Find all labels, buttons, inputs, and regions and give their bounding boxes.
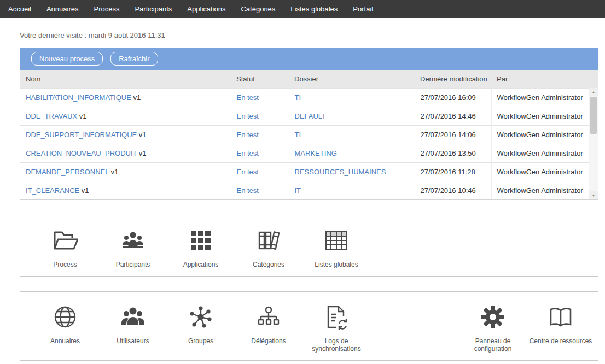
- shortcut-panneau-de-configuration[interactable]: Panneau de configuration: [459, 304, 527, 353]
- shortcut-annuaires[interactable]: Annuaires: [31, 304, 99, 345]
- status-link[interactable]: En test: [237, 112, 259, 120]
- scrollbar-thumb[interactable]: [590, 97, 597, 134]
- nav-item-catégories[interactable]: Catégories: [233, 0, 283, 18]
- status-link[interactable]: En test: [237, 93, 259, 102]
- process-link[interactable]: DDE_TRAVAUX: [26, 112, 77, 120]
- top-nav: AccueilAnnuairesProcessParticipantsAppli…: [0, 0, 605, 18]
- process-link[interactable]: CREATION_NOUVEAU_PRODUIT: [26, 149, 137, 157]
- folder-link[interactable]: MARKETING: [295, 149, 337, 157]
- author-cell: WorkflowGen Administrator: [491, 125, 598, 144]
- participants-icon: [120, 227, 146, 254]
- modified-cell: 27/07/2016 13:50: [415, 144, 491, 162]
- scroll-up-icon[interactable]: ▲: [589, 88, 598, 96]
- version-label: v1: [109, 168, 118, 176]
- book-icon: [548, 304, 574, 330]
- column-header-nom[interactable]: Nom: [20, 70, 231, 88]
- process-shortcuts-box: ProcessParticipantsApplicationsCatégorie…: [20, 215, 598, 277]
- shortcut-label: Centre de ressources: [527, 337, 595, 345]
- gear-icon: [480, 304, 506, 330]
- version-label: v1: [137, 131, 146, 139]
- folder-link[interactable]: TI: [295, 131, 301, 139]
- new-process-button[interactable]: Nouveau process: [31, 52, 103, 66]
- shortcut-catégories[interactable]: Catégories: [235, 227, 302, 268]
- shortcut-listes-globales[interactable]: Listes globales: [302, 227, 370, 268]
- table-row: HABILITATION_INFORMATIQUE v1En testTI27/…: [20, 88, 598, 107]
- modified-cell: 27/07/2016 16:09: [415, 88, 491, 107]
- modified-cell: 27/07/2016 10:46: [415, 181, 491, 199]
- status-cell: En test: [231, 125, 289, 144]
- name-cell: HABILITATION_INFORMATIQUE v1: [20, 88, 231, 107]
- shortcut-label: Délégations: [235, 337, 302, 345]
- shortcut-participants[interactable]: Participants: [99, 227, 167, 268]
- status-cell: En test: [231, 107, 289, 125]
- shortcut-groupes[interactable]: Groupes: [167, 304, 235, 345]
- process-link[interactable]: HABILITATION_INFORMATIQUE: [26, 93, 131, 102]
- column-header-par[interactable]: Par: [491, 70, 598, 88]
- sort-indicator-icon[interactable]: ▾: [491, 77, 491, 82]
- status-link[interactable]: En test: [237, 149, 259, 157]
- name-cell: DEMANDE_PERSONNEL v1: [20, 162, 231, 181]
- table-row: DDE_SUPPORT_INFORMATIQUE v1En testTI27/0…: [20, 125, 598, 144]
- shortcut-label: Logs de synchronisations: [302, 337, 370, 353]
- folder-link[interactable]: IT: [295, 186, 301, 195]
- process-link[interactable]: DDE_SUPPORT_INFORMATIQUE: [26, 131, 137, 139]
- column-header-dernière-modification[interactable]: Dernière modification▾: [415, 70, 491, 88]
- shortcut-applications[interactable]: Applications: [167, 227, 235, 268]
- nav-item-accueil[interactable]: Accueil: [1, 0, 39, 18]
- status-cell: En test: [231, 88, 289, 107]
- folder-icon: [52, 227, 78, 254]
- table-scrollbar[interactable]: ▲ ▼: [589, 88, 598, 199]
- name-cell: DDE_TRAVAUX v1: [20, 107, 231, 125]
- nav-item-annuaires[interactable]: Annuaires: [39, 0, 86, 18]
- column-header-dossier[interactable]: Dossier: [289, 70, 415, 88]
- table-row: IT_CLEARANCE v1En testIT27/07/2016 10:46…: [20, 181, 598, 199]
- shortcut-délégations[interactable]: Délégations: [235, 304, 302, 345]
- shortcut-label: Catégories: [235, 261, 302, 268]
- column-header-statut[interactable]: Statut: [231, 70, 289, 88]
- process-table-zone: NomStatutDossierDernière modification▾Pa…: [20, 70, 598, 200]
- process-panel: Nouveau process Rafraîchir NomStatutDoss…: [20, 48, 598, 200]
- process-link[interactable]: IT_CLEARANCE: [26, 186, 79, 195]
- shortcut-logs-de-synchronisations[interactable]: Logs de synchronisations: [302, 304, 370, 353]
- shortcut-label: Annuaires: [31, 337, 99, 345]
- author-cell: WorkflowGen Administrator: [491, 181, 598, 199]
- folder-link[interactable]: RESSOURCES_HUMAINES: [295, 168, 386, 176]
- process-link[interactable]: DEMANDE_PERSONNEL: [26, 168, 109, 176]
- author-cell: WorkflowGen Administrator: [491, 162, 598, 181]
- nav-item-applications[interactable]: Applications: [179, 0, 233, 18]
- hierarchy-icon: [255, 304, 282, 330]
- status-cell: En test: [231, 144, 289, 162]
- status-link[interactable]: En test: [237, 186, 259, 195]
- name-cell: DDE_SUPPORT_INFORMATIQUE v1: [20, 125, 231, 144]
- nav-item-portail[interactable]: Portail: [345, 0, 381, 18]
- shortcut-centre-de-ressources[interactable]: Centre de ressources: [527, 304, 595, 345]
- modified-cell: 27/07/2016 11:28: [415, 162, 491, 181]
- shortcut-label: Panneau de configuration: [459, 337, 527, 353]
- nav-item-process[interactable]: Process: [86, 0, 127, 18]
- folder-cell: MARKETING: [289, 144, 415, 162]
- nav-item-listes-globales[interactable]: Listes globales: [283, 0, 345, 18]
- modified-cell: 27/07/2016 14:46: [415, 107, 491, 125]
- nav-item-participants[interactable]: Participants: [127, 0, 179, 18]
- globe-icon: [52, 304, 78, 330]
- version-label: v1: [131, 93, 141, 102]
- scroll-down-icon[interactable]: ▼: [589, 191, 598, 199]
- binders-icon: [255, 227, 282, 254]
- scrollbar-track[interactable]: [589, 96, 598, 191]
- shortcut-label: Utilisateurs: [99, 337, 167, 345]
- folder-link[interactable]: DEFAULT: [295, 112, 327, 120]
- shortcut-process[interactable]: Process: [31, 227, 99, 268]
- name-cell: CREATION_NOUVEAU_PRODUIT v1: [20, 144, 231, 162]
- folder-link[interactable]: TI: [295, 93, 301, 102]
- table-row: DEMANDE_PERSONNEL v1En testRESSOURCES_HU…: [20, 162, 598, 181]
- table-row: CREATION_NOUVEAU_PRODUIT v1En testMARKET…: [20, 144, 598, 162]
- last-visit-text: Votre dernière visite : mardi 9 août 201…: [20, 31, 598, 39]
- refresh-button[interactable]: Rafraîchir: [110, 52, 158, 66]
- process-table: NomStatutDossierDernière modification▾Pa…: [20, 70, 598, 199]
- shortcut-label: Groupes: [167, 337, 235, 345]
- status-link[interactable]: En test: [237, 168, 259, 176]
- folder-cell: DEFAULT: [289, 107, 415, 125]
- sync-log-icon: [323, 304, 350, 330]
- status-link[interactable]: En test: [237, 131, 259, 139]
- shortcut-utilisateurs[interactable]: Utilisateurs: [99, 304, 167, 345]
